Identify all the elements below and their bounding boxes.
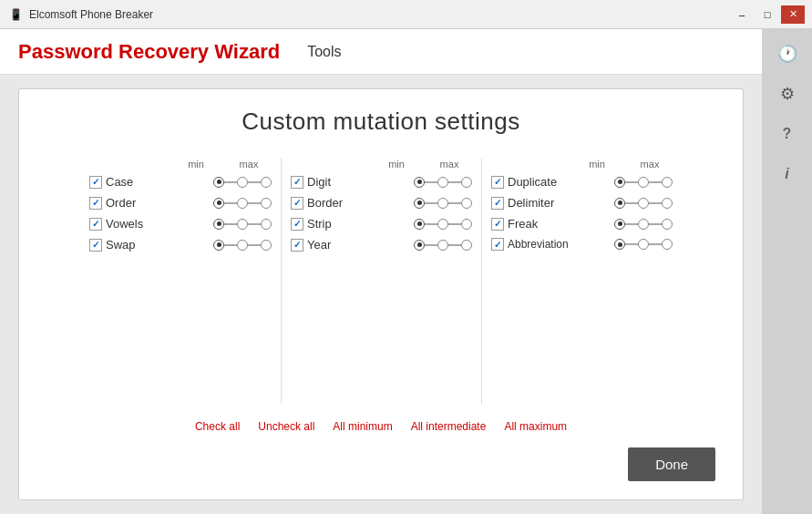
radio-delimiter-mid[interactable]	[638, 198, 649, 209]
radio-border-min[interactable]	[414, 198, 425, 209]
radio-swap-mid[interactable]	[237, 240, 248, 251]
radio-freak-max[interactable]	[662, 219, 673, 230]
radio-year	[414, 240, 472, 251]
checkbox-digit[interactable]	[291, 176, 303, 189]
radio-swap	[213, 240, 272, 251]
help-icon[interactable]: ?	[772, 118, 803, 149]
radio-digit-max[interactable]	[461, 177, 472, 188]
radio-year-min[interactable]	[414, 240, 425, 251]
radio-order-min[interactable]	[213, 198, 224, 209]
radio-year-max[interactable]	[461, 240, 472, 251]
radio-case-min[interactable]	[213, 177, 224, 188]
radio-abbreviation-max[interactable]	[662, 239, 673, 250]
row-duplicate: Duplicate	[491, 175, 673, 189]
col1-header: min max	[89, 159, 272, 170]
settings-column-3: min max Duplicate	[481, 159, 682, 404]
row-delimiter: Delimiter	[491, 196, 673, 210]
radio-border-max[interactable]	[461, 198, 472, 209]
radio-delimiter	[614, 198, 673, 209]
panel-area: Custom mutation settings min max	[0, 75, 762, 514]
checkbox-freak[interactable]	[491, 218, 504, 231]
radio-delimiter-max[interactable]	[662, 198, 673, 209]
row-border: Border	[291, 196, 472, 210]
radio-abbreviation	[614, 239, 673, 250]
radio-swap-max[interactable]	[261, 240, 272, 251]
radio-digit-min[interactable]	[414, 177, 425, 188]
checkbox-year[interactable]	[291, 239, 303, 252]
radio-order	[213, 198, 272, 209]
checkbox-abbreviation[interactable]	[491, 238, 504, 251]
close-button[interactable]: ✕	[781, 5, 805, 24]
wizard-menu-item[interactable]: Password Recovery Wizard	[18, 40, 280, 64]
radio-swap-min[interactable]	[213, 240, 224, 251]
check-all-button[interactable]: Check all	[195, 420, 240, 433]
col3-header: min max	[491, 159, 673, 170]
radio-duplicate-mid[interactable]	[638, 177, 649, 188]
all-intermediate-button[interactable]: All intermediate	[411, 420, 487, 433]
checkbox-order[interactable]	[89, 197, 102, 210]
checkbox-border[interactable]	[291, 197, 303, 210]
radio-delimiter-min[interactable]	[614, 198, 625, 209]
title-bar-controls: – □ ✕	[730, 5, 805, 24]
settings-column-1: min max Case	[80, 159, 281, 404]
radio-freak-min[interactable]	[614, 219, 625, 230]
radio-case	[213, 177, 272, 188]
radio-abbreviation-min[interactable]	[614, 239, 625, 250]
card-header: Custom mutation settings	[46, 108, 715, 136]
restore-button[interactable]: □	[755, 5, 779, 24]
row-year: Year	[291, 238, 472, 252]
radio-abbreviation-mid[interactable]	[638, 239, 649, 250]
radio-duplicate-min[interactable]	[614, 177, 625, 188]
tools-menu-item[interactable]: Tools	[307, 44, 341, 60]
checkbox-case[interactable]	[89, 176, 102, 189]
col3-max-label: max	[632, 159, 668, 170]
radio-case-max[interactable]	[261, 177, 272, 188]
white-card: Custom mutation settings min max	[18, 88, 744, 500]
label-vowels: Vowels	[106, 217, 210, 231]
checkbox-swap[interactable]	[89, 239, 102, 252]
radio-strip-max[interactable]	[461, 219, 472, 230]
radio-vowels	[213, 219, 272, 230]
done-button[interactable]: Done	[628, 447, 715, 481]
title-bar-left: 📱 Elcomsoft Phone Breaker	[7, 6, 153, 23]
uncheck-all-button[interactable]: Uncheck all	[258, 420, 314, 433]
label-freak: Freak	[508, 217, 611, 231]
radio-strip-mid[interactable]	[437, 219, 448, 230]
col1-min-label: min	[178, 159, 214, 170]
radio-order-max[interactable]	[261, 198, 272, 209]
main-window: Password Recovery Wizard Tools Custom mu…	[0, 29, 812, 514]
info-icon[interactable]: i	[772, 159, 803, 190]
gear-icon[interactable]: ⚙	[772, 78, 803, 109]
clock-icon[interactable]: 🕐	[772, 38, 803, 69]
radio-strip-min[interactable]	[414, 219, 425, 230]
checkbox-delimiter[interactable]	[491, 197, 504, 210]
radio-order-mid[interactable]	[237, 198, 248, 209]
checkbox-duplicate[interactable]	[491, 176, 504, 189]
checkbox-vowels[interactable]	[89, 218, 102, 231]
all-minimum-button[interactable]: All minimum	[333, 420, 392, 433]
radio-case-mid[interactable]	[237, 177, 248, 188]
radio-vowels-max[interactable]	[261, 219, 272, 230]
radio-border-mid[interactable]	[437, 198, 448, 209]
bottom-links: Check all Uncheck all All minimum All in…	[46, 420, 715, 433]
radio-year-mid[interactable]	[437, 240, 448, 251]
checkbox-strip[interactable]	[291, 218, 303, 231]
row-digit: Digit	[291, 175, 472, 189]
minimize-button[interactable]: –	[730, 5, 754, 24]
radio-digit	[414, 177, 472, 188]
radio-digit-mid[interactable]	[437, 177, 448, 188]
row-case: Case	[89, 175, 272, 189]
radio-vowels-min[interactable]	[213, 219, 224, 230]
radio-duplicate-max[interactable]	[662, 177, 673, 188]
radio-freak-mid[interactable]	[638, 219, 649, 230]
label-strip: Strip	[307, 217, 410, 231]
col2-max-label: max	[431, 159, 468, 170]
all-maximum-button[interactable]: All maximum	[504, 420, 567, 433]
label-digit: Digit	[307, 175, 410, 189]
radio-duplicate	[614, 177, 673, 188]
radio-vowels-mid[interactable]	[237, 219, 248, 230]
label-order: Order	[106, 196, 210, 210]
settings-grid: min max Case	[46, 159, 715, 404]
col2-header: min max	[291, 159, 472, 170]
row-freak: Freak	[491, 217, 673, 231]
